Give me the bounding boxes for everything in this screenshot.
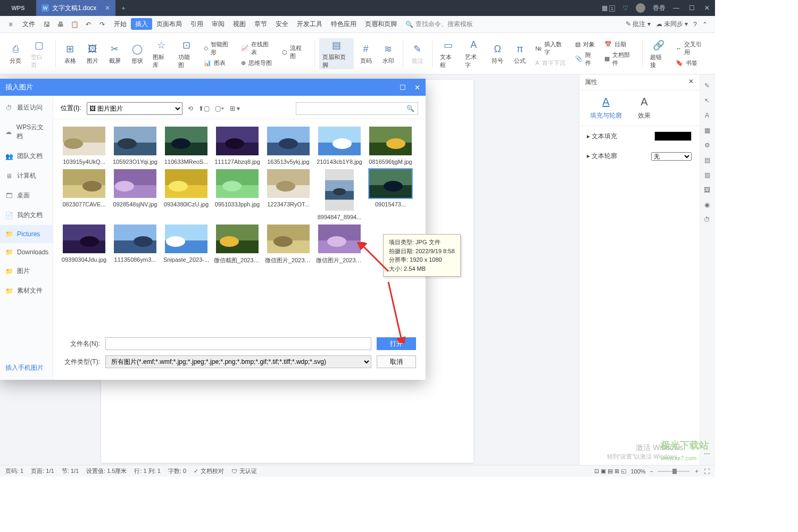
status-proof[interactable]: ✓ 文档校对 bbox=[194, 467, 224, 475]
back-icon[interactable]: ⟲ bbox=[188, 105, 193, 112]
zoom-label[interactable]: 100% bbox=[630, 468, 645, 475]
sidebar-item-4[interactable]: 🗔桌面 bbox=[0, 186, 53, 205]
file-item[interactable]: 09390304Jdu.jpg bbox=[61, 225, 107, 264]
ribbon-bookmark[interactable]: 🔖 书签 bbox=[676, 59, 706, 67]
sidebar-item-7[interactable]: 📁Downloads bbox=[0, 243, 53, 261]
gift-icon[interactable]: ♡ bbox=[622, 4, 628, 12]
file-item[interactable]: 103915y4UkQ... bbox=[61, 127, 107, 165]
print-icon[interactable]: 🖶 bbox=[54, 18, 67, 31]
ribbon-attach[interactable]: 📎 附件 bbox=[575, 51, 596, 67]
file-item[interactable]: Snipaste_2023-... bbox=[163, 225, 210, 264]
sync-status[interactable]: ☁ 未同步 ▾ bbox=[656, 20, 688, 29]
ribbon-wordart[interactable]: A艺术字 bbox=[462, 38, 485, 69]
tab-fill-outline[interactable]: A填充与轮廓 bbox=[590, 96, 622, 120]
ribbon-symbol[interactable]: Ω符号 bbox=[487, 42, 508, 65]
sidebar-item-6[interactable]: 📁Pictures bbox=[0, 225, 53, 243]
image-icon[interactable]: 🖼 bbox=[704, 186, 710, 194]
status-setting[interactable]: 设置值: 1.5厘米 bbox=[86, 467, 127, 475]
avatar[interactable] bbox=[636, 3, 645, 13]
file-item[interactable]: 微信图片_20230307153... bbox=[265, 225, 312, 264]
sidebar-item-2[interactable]: 👥团队文档 bbox=[0, 146, 53, 166]
view-mode-icons[interactable]: ⊡ ▣ ▤ ⊞ ◱ bbox=[594, 468, 626, 475]
up-icon[interactable]: ⬆▢ bbox=[198, 105, 210, 112]
fullscreen-icon[interactable]: ⛶ bbox=[704, 468, 710, 475]
file-item[interactable]: 105923O1Yqi.jpg bbox=[112, 127, 159, 165]
view-icon[interactable]: ⊞ ▾ bbox=[230, 105, 240, 112]
menu-插入[interactable]: 插入 bbox=[131, 18, 152, 30]
ribbon-crossref[interactable]: ↔ 交叉引用 bbox=[676, 40, 706, 56]
file-item[interactable]: 210143cb1Y8.jpg bbox=[316, 127, 363, 165]
file-item[interactable]: 0928548sjNV.jpg bbox=[112, 169, 159, 220]
menu-审阅[interactable]: 审阅 bbox=[207, 18, 229, 30]
add-tab-button[interactable]: ＋ bbox=[115, 4, 131, 13]
collapse-icon[interactable]: ⌃ bbox=[702, 21, 708, 28]
ribbon-comment[interactable]: ✎批注 bbox=[408, 42, 428, 65]
menu-页面布局[interactable]: 页面布局 bbox=[152, 18, 186, 30]
menu-页眉和页脚[interactable]: 页眉和页脚 bbox=[361, 18, 401, 30]
file-item[interactable]: 0934380lCzU.jpg bbox=[163, 169, 210, 220]
shield-icon[interactable]: ◉ bbox=[704, 201, 710, 209]
menu-特色应用[interactable]: 特色应用 bbox=[327, 18, 361, 30]
file-item[interactable]: 0823077CAVE... bbox=[61, 169, 107, 220]
ribbon-hyperlink[interactable]: 🔗超链接 bbox=[647, 38, 670, 69]
ribbon-shapes[interactable]: ◯形状 bbox=[127, 42, 147, 65]
preview-icon[interactable]: 📋 bbox=[68, 18, 81, 31]
ribbon-blankpage[interactable]: ▢空白页 bbox=[28, 38, 51, 69]
ribbon-textbox[interactable]: ▭文本框 bbox=[437, 38, 460, 69]
menu-引用[interactable]: 引用 bbox=[186, 18, 207, 30]
newfolder-icon[interactable]: ▢+ bbox=[215, 105, 225, 112]
text-outline-select[interactable]: 无 bbox=[651, 152, 692, 161]
redo-icon[interactable]: ↷ bbox=[96, 18, 109, 31]
menu-视图[interactable]: 视图 bbox=[229, 18, 250, 30]
ribbon-pagebreak[interactable]: ⎙分页 bbox=[5, 42, 26, 65]
ribbon-watermark[interactable]: ≋水印 bbox=[378, 42, 398, 65]
status-cursor[interactable]: 行: 1 列: 1 bbox=[134, 467, 161, 475]
file-item[interactable]: 110633MReoS... bbox=[163, 127, 210, 165]
text-style-icon[interactable]: A bbox=[705, 112, 709, 119]
status-section[interactable]: 节: 1/1 bbox=[62, 467, 79, 475]
ribbon-screenshot[interactable]: ✂截屏 bbox=[105, 42, 125, 65]
ribbon-date[interactable]: 📅 日期 bbox=[604, 40, 635, 48]
maximize-icon[interactable]: ☐ bbox=[689, 4, 695, 12]
menu-开始[interactable]: 开始 bbox=[110, 18, 131, 30]
help-icon[interactable]: ? bbox=[693, 21, 697, 28]
menu-安全[interactable]: 安全 bbox=[271, 18, 293, 30]
file-menu[interactable]: 文件 bbox=[18, 18, 39, 31]
file-item[interactable]: 0951033Jpph.jpg bbox=[214, 169, 261, 220]
file-item[interactable]: 111127Abzq8.jpg bbox=[214, 127, 261, 165]
ribbon-docparts[interactable]: ▦ 文档部件 bbox=[604, 51, 635, 67]
menu-开发工具[interactable]: 开发工具 bbox=[293, 18, 327, 30]
zoom-in[interactable]: ＋ bbox=[694, 467, 700, 475]
file-item[interactable]: 163513v5ykj.jpg bbox=[265, 127, 312, 165]
sidebar-item-0[interactable]: ⏱最近访问 bbox=[0, 98, 53, 118]
sidebar-item-5[interactable]: 📄我的文档 bbox=[0, 205, 53, 225]
zoom-slider[interactable] bbox=[658, 471, 689, 472]
ribbon-equation[interactable]: π公式 bbox=[510, 42, 530, 65]
file-item[interactable]: 微信截图_20230102154... bbox=[214, 225, 261, 264]
search-box[interactable]: 🔍 查找命令、搜索模板 bbox=[405, 20, 473, 29]
sidebar-item-3[interactable]: 🖥计算机 bbox=[0, 166, 53, 186]
ribbon-onlinechart[interactable]: 📈 在线图表 bbox=[241, 40, 273, 56]
file-item[interactable]: 11135086ym3... bbox=[112, 225, 159, 264]
ribbon-flowchart[interactable]: ⬡ 流程图 bbox=[282, 44, 306, 60]
settings-icon[interactable]: ⚙ bbox=[704, 142, 710, 149]
text-fill-swatch[interactable] bbox=[654, 131, 692, 141]
file-item[interactable]: 09015473... bbox=[367, 169, 414, 220]
undo-icon[interactable]: ↶ bbox=[82, 18, 95, 31]
layout-icon[interactable]: ▥ bbox=[704, 171, 710, 179]
minimize-icon[interactable]: — bbox=[673, 4, 679, 12]
sidebar-item-8[interactable]: 📁图片 bbox=[0, 261, 53, 281]
pen-icon[interactable]: ✎ bbox=[704, 82, 710, 89]
insert-phone-link[interactable]: 插入手机图片 bbox=[5, 363, 44, 372]
status-page-count[interactable]: 页面: 1/1 bbox=[31, 467, 54, 475]
ribbon-mindmap[interactable]: ⊕ 思维导图 bbox=[241, 59, 273, 67]
hamburger-icon[interactable]: ≡ bbox=[4, 18, 17, 31]
ribbon-smartart[interactable]: ◇ 智能图形 bbox=[204, 40, 233, 56]
panel-close-icon[interactable]: ✕ bbox=[688, 78, 694, 87]
layers-icon[interactable]: ▤ bbox=[704, 156, 710, 164]
status-cert[interactable]: 🛡 无认证 bbox=[231, 467, 257, 475]
file-item[interactable]: 0816596tjgM.jpg bbox=[367, 127, 414, 165]
grid-icon[interactable]: ▦ bbox=[704, 127, 710, 134]
file-item[interactable]: 微信图片_20230313095... bbox=[316, 225, 363, 264]
ribbon-object[interactable]: ▧ 对象 bbox=[575, 40, 596, 48]
